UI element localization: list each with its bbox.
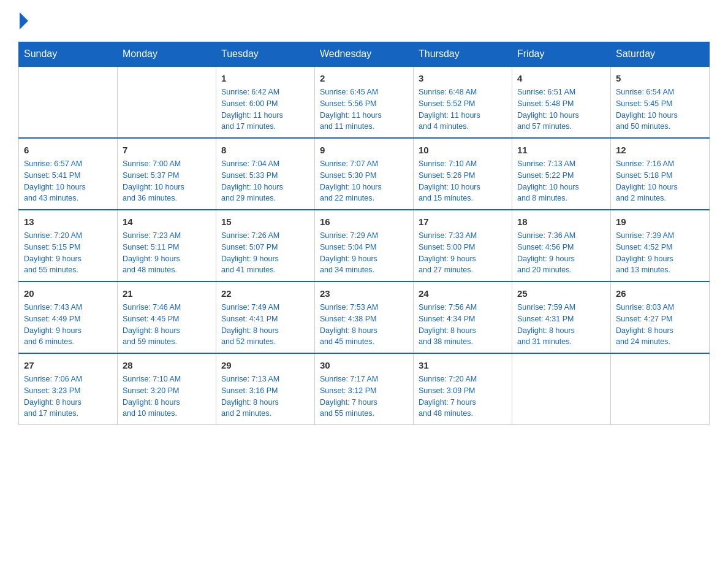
day-number: 12 <box>616 144 704 156</box>
day-info: Sunrise: 7:00 AMSunset: 5:37 PMDaylight:… <box>123 158 211 204</box>
day-cell: 12Sunrise: 7:16 AMSunset: 5:18 PMDayligh… <box>611 138 710 210</box>
day-number: 29 <box>221 359 309 372</box>
day-number: 14 <box>123 215 211 228</box>
day-cell: 17Sunrise: 7:33 AMSunset: 5:00 PMDayligh… <box>414 210 512 282</box>
day-number: 24 <box>419 287 507 300</box>
day-cell <box>512 353 611 425</box>
day-number: 21 <box>123 287 211 300</box>
day-info: Sunrise: 7:06 AMSunset: 3:23 PMDaylight:… <box>24 373 112 419</box>
day-number: 3 <box>419 72 507 85</box>
calendar-header-row: SundayMondayTuesdayWednesdayThursdayFrid… <box>19 42 710 67</box>
day-info: Sunrise: 7:46 AMSunset: 4:45 PMDaylight:… <box>123 302 211 348</box>
day-info: Sunrise: 7:26 AMSunset: 5:07 PMDaylight:… <box>221 230 309 276</box>
day-cell: 26Sunrise: 8:03 AMSunset: 4:27 PMDayligh… <box>611 282 710 353</box>
column-header-friday: Friday <box>512 42 611 67</box>
day-cell: 19Sunrise: 7:39 AMSunset: 4:52 PMDayligh… <box>611 210 710 282</box>
day-info: Sunrise: 7:49 AMSunset: 4:41 PMDaylight:… <box>221 302 309 348</box>
page-header <box>18 12 710 29</box>
day-info: Sunrise: 7:16 AMSunset: 5:18 PMDaylight:… <box>616 158 704 204</box>
week-row-1: 1Sunrise: 6:42 AMSunset: 6:00 PMDaylight… <box>19 66 710 138</box>
day-number: 18 <box>517 215 605 228</box>
day-number: 26 <box>616 287 704 300</box>
day-number: 30 <box>320 359 408 372</box>
day-info: Sunrise: 6:57 AMSunset: 5:41 PMDaylight:… <box>24 158 112 204</box>
day-info: Sunrise: 7:59 AMSunset: 4:31 PMDaylight:… <box>517 302 605 348</box>
day-cell: 1Sunrise: 6:42 AMSunset: 6:00 PMDaylight… <box>216 66 315 138</box>
column-header-monday: Monday <box>118 42 216 67</box>
day-cell: 8Sunrise: 7:04 AMSunset: 5:33 PMDaylight… <box>216 138 315 210</box>
day-info: Sunrise: 7:13 AMSunset: 3:16 PMDaylight:… <box>221 373 309 419</box>
day-cell: 15Sunrise: 7:26 AMSunset: 5:07 PMDayligh… <box>216 210 315 282</box>
day-number: 20 <box>24 287 112 300</box>
day-number: 1 <box>221 72 309 85</box>
day-info: Sunrise: 7:17 AMSunset: 3:12 PMDaylight:… <box>320 373 408 419</box>
day-cell: 14Sunrise: 7:23 AMSunset: 5:11 PMDayligh… <box>118 210 216 282</box>
day-cell: 10Sunrise: 7:10 AMSunset: 5:26 PMDayligh… <box>414 138 512 210</box>
day-cell: 31Sunrise: 7:20 AMSunset: 3:09 PMDayligh… <box>414 353 512 425</box>
day-info: Sunrise: 7:04 AMSunset: 5:33 PMDaylight:… <box>221 158 309 204</box>
day-info: Sunrise: 7:33 AMSunset: 5:00 PMDaylight:… <box>419 230 507 276</box>
day-cell: 3Sunrise: 6:48 AMSunset: 5:52 PMDaylight… <box>414 66 512 138</box>
day-number: 13 <box>24 215 112 228</box>
day-number: 23 <box>320 287 408 300</box>
day-info: Sunrise: 7:29 AMSunset: 5:04 PMDaylight:… <box>320 230 408 276</box>
column-header-thursday: Thursday <box>414 42 512 67</box>
week-row-5: 27Sunrise: 7:06 AMSunset: 3:23 PMDayligh… <box>19 353 710 425</box>
day-cell <box>611 353 710 425</box>
day-info: Sunrise: 7:53 AMSunset: 4:38 PMDaylight:… <box>320 302 408 348</box>
day-cell <box>19 66 118 138</box>
day-cell: 24Sunrise: 7:56 AMSunset: 4:34 PMDayligh… <box>414 282 512 353</box>
day-cell <box>118 66 216 138</box>
column-header-tuesday: Tuesday <box>216 42 315 67</box>
day-info: Sunrise: 7:10 AMSunset: 3:20 PMDaylight:… <box>123 373 211 419</box>
day-number: 27 <box>24 359 112 372</box>
day-number: 19 <box>616 215 704 228</box>
day-cell: 7Sunrise: 7:00 AMSunset: 5:37 PMDaylight… <box>118 138 216 210</box>
day-cell: 2Sunrise: 6:45 AMSunset: 5:56 PMDaylight… <box>315 66 414 138</box>
day-info: Sunrise: 7:20 AMSunset: 5:15 PMDaylight:… <box>24 230 112 276</box>
day-cell: 25Sunrise: 7:59 AMSunset: 4:31 PMDayligh… <box>512 282 611 353</box>
day-cell: 20Sunrise: 7:43 AMSunset: 4:49 PMDayligh… <box>19 282 118 353</box>
day-number: 9 <box>320 144 408 156</box>
day-cell: 6Sunrise: 6:57 AMSunset: 5:41 PMDaylight… <box>19 138 118 210</box>
day-info: Sunrise: 7:10 AMSunset: 5:26 PMDaylight:… <box>419 158 507 204</box>
day-info: Sunrise: 7:56 AMSunset: 4:34 PMDaylight:… <box>419 302 507 348</box>
day-info: Sunrise: 6:51 AMSunset: 5:48 PMDaylight:… <box>517 86 605 132</box>
day-number: 2 <box>320 72 408 85</box>
day-cell: 28Sunrise: 7:10 AMSunset: 3:20 PMDayligh… <box>118 353 216 425</box>
day-info: Sunrise: 7:13 AMSunset: 5:22 PMDaylight:… <box>517 158 605 204</box>
day-info: Sunrise: 7:39 AMSunset: 4:52 PMDaylight:… <box>616 230 704 276</box>
column-header-saturday: Saturday <box>611 42 710 67</box>
day-number: 6 <box>24 144 112 156</box>
day-info: Sunrise: 6:45 AMSunset: 5:56 PMDaylight:… <box>320 86 408 132</box>
day-cell: 30Sunrise: 7:17 AMSunset: 3:12 PMDayligh… <box>315 353 414 425</box>
day-cell: 5Sunrise: 6:54 AMSunset: 5:45 PMDaylight… <box>611 66 710 138</box>
day-number: 22 <box>221 287 309 300</box>
day-cell: 18Sunrise: 7:36 AMSunset: 4:56 PMDayligh… <box>512 210 611 282</box>
day-info: Sunrise: 6:54 AMSunset: 5:45 PMDaylight:… <box>616 86 704 132</box>
day-cell: 11Sunrise: 7:13 AMSunset: 5:22 PMDayligh… <box>512 138 611 210</box>
day-info: Sunrise: 7:07 AMSunset: 5:30 PMDaylight:… <box>320 158 408 204</box>
column-header-wednesday: Wednesday <box>315 42 414 67</box>
week-row-3: 13Sunrise: 7:20 AMSunset: 5:15 PMDayligh… <box>19 210 710 282</box>
column-header-sunday: Sunday <box>19 42 118 67</box>
day-number: 31 <box>419 359 507 372</box>
logo-arrow-icon <box>20 12 28 29</box>
week-row-4: 20Sunrise: 7:43 AMSunset: 4:49 PMDayligh… <box>19 282 710 353</box>
day-number: 11 <box>517 144 605 156</box>
day-info: Sunrise: 7:23 AMSunset: 5:11 PMDaylight:… <box>123 230 211 276</box>
week-row-2: 6Sunrise: 6:57 AMSunset: 5:41 PMDaylight… <box>19 138 710 210</box>
day-number: 5 <box>616 72 704 85</box>
day-cell: 22Sunrise: 7:49 AMSunset: 4:41 PMDayligh… <box>216 282 315 353</box>
day-cell: 4Sunrise: 6:51 AMSunset: 5:48 PMDaylight… <box>512 66 611 138</box>
day-cell: 21Sunrise: 7:46 AMSunset: 4:45 PMDayligh… <box>118 282 216 353</box>
day-cell: 27Sunrise: 7:06 AMSunset: 3:23 PMDayligh… <box>19 353 118 425</box>
day-number: 7 <box>123 144 211 156</box>
day-info: Sunrise: 8:03 AMSunset: 4:27 PMDaylight:… <box>616 302 704 348</box>
day-number: 28 <box>123 359 211 372</box>
day-number: 10 <box>419 144 507 156</box>
day-cell: 16Sunrise: 7:29 AMSunset: 5:04 PMDayligh… <box>315 210 414 282</box>
day-info: Sunrise: 6:48 AMSunset: 5:52 PMDaylight:… <box>419 86 507 132</box>
day-info: Sunrise: 7:36 AMSunset: 4:56 PMDaylight:… <box>517 230 605 276</box>
day-cell: 13Sunrise: 7:20 AMSunset: 5:15 PMDayligh… <box>19 210 118 282</box>
